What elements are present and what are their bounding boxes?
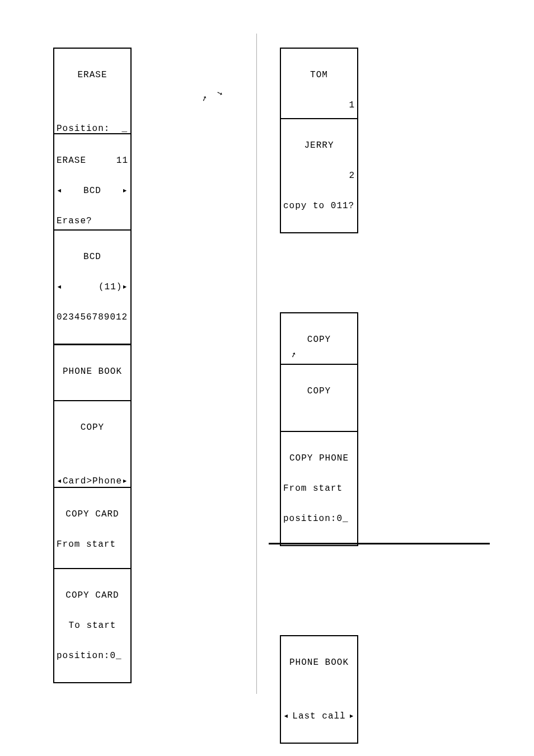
name: TOM xyxy=(283,70,355,80)
menu-item: Last call xyxy=(292,711,345,721)
right-arrow-icon: ▸ xyxy=(122,282,128,292)
left-arrow-icon: ◂ xyxy=(283,711,289,721)
name: JERRY xyxy=(283,140,355,151)
page: ERASE Position: _ ➚ ➘ ERASE 11 ◂ BCD ▸ E… xyxy=(0,0,534,756)
right-arrow-icon: ▸ xyxy=(122,186,128,196)
lcd-jerry: JERRY 2 copy to 011? xyxy=(280,118,358,233)
left-arrow-icon: ◂ xyxy=(57,476,63,486)
decorative-arrows: ➚ ➘ xyxy=(200,87,226,104)
index: (11) xyxy=(63,282,123,292)
line2: From start xyxy=(283,483,355,494)
column-separator xyxy=(256,34,257,694)
right-arrow-icon: ▸ xyxy=(349,711,355,721)
left-arrow-icon: ◂ xyxy=(57,186,63,196)
lcd-copycard-to: COPY CARD To start position:0_ xyxy=(53,568,132,683)
left-arrow-icon: ◂ xyxy=(57,282,63,292)
index: 2 xyxy=(283,171,355,181)
prompt: copy to 011? xyxy=(283,201,355,211)
value: Position: _ xyxy=(57,124,128,134)
line3: position:0_ xyxy=(57,651,128,661)
direction: Card>Phone xyxy=(63,476,122,486)
lcd-bcd-entry: BCD ◂ (11) ▸ 023456789012 xyxy=(53,229,132,345)
title: COPY CARD xyxy=(57,509,128,519)
index: 1 xyxy=(283,100,355,110)
index: 11 xyxy=(116,156,128,166)
title: ERASE xyxy=(57,70,128,80)
line2: To start xyxy=(57,621,128,631)
title: COPY xyxy=(283,335,355,345)
lcd-copyphone-from: COPY PHONE From start position:0_ xyxy=(280,431,358,546)
section-divider xyxy=(269,543,490,544)
right-arrow-icon: ▸ xyxy=(122,476,128,486)
title: ERASE xyxy=(57,156,86,166)
entry-name: BCD xyxy=(83,186,101,196)
prompt: Erase? xyxy=(57,216,128,226)
title: COPY xyxy=(57,422,128,433)
title: COPY xyxy=(283,386,355,396)
title: PHONE BOOK xyxy=(57,367,128,377)
title: COPY CARD xyxy=(57,590,128,600)
line3: position:0_ xyxy=(283,514,355,524)
lcd-phonebook-lastcall: PHONE BOOK ◂ Last call ▸ xyxy=(280,635,358,744)
title: COPY PHONE xyxy=(283,453,355,463)
phone-number: 023456789012 xyxy=(57,312,128,322)
entry-name: BCD xyxy=(57,252,128,262)
line2: From start xyxy=(57,539,128,550)
title: PHONE BOOK xyxy=(283,658,355,668)
